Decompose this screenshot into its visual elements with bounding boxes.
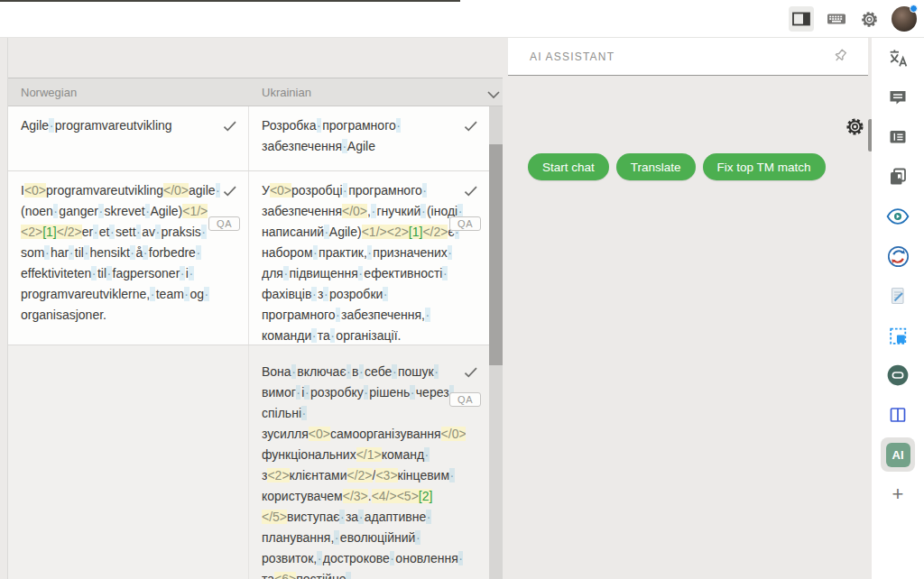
glossary-icon	[887, 166, 909, 188]
translation-memory-icon	[887, 126, 909, 148]
target-text: Вона· включає· в· себе· пошук· вимог· і·…	[262, 362, 466, 579]
table-header-row: Norwegian Ukrainian	[8, 78, 503, 106]
workspace: Norwegian Ukrainian Agile· programvareut…	[0, 38, 924, 579]
translate-button[interactable]: Translate	[616, 153, 696, 180]
sidebar-item-preview[interactable]	[872, 197, 924, 236]
target-language-header: Ukrainian	[262, 86, 311, 99]
ai-panel-title: AI ASSISTANT	[530, 51, 614, 63]
sidebar-item-add-tool[interactable]: +	[872, 474, 924, 514]
source-cell-empty[interactable]	[8, 345, 249, 579]
source-language-header: Norwegian	[21, 86, 77, 99]
table-scrollbar-thumb[interactable]	[489, 144, 503, 365]
ai-assistant-icon: AI	[886, 443, 910, 467]
table-row: I<0>programvareutvikling</0>agile· (noen…	[8, 171, 489, 345]
target-text: Розробка· програмного· забезпечення· Agi…	[262, 115, 466, 157]
preview-eye-icon	[886, 205, 910, 228]
table-scrollbar[interactable]	[489, 106, 503, 579]
layout-panel-icon[interactable]	[789, 6, 814, 32]
target-cell[interactable]: У<0>розробці· програмного· забезпечення<…	[249, 171, 489, 345]
sidebar-item-glossary[interactable]	[872, 157, 924, 197]
target-text: У<0>розробці· програмного· забезпечення<…	[262, 180, 466, 346]
plus-icon: +	[892, 484, 904, 504]
approved-check-icon[interactable]	[223, 119, 237, 135]
table-row: Вона· включає· в· себе· пошук· вимог· і·…	[8, 345, 489, 579]
active-item-background: AI	[881, 437, 915, 472]
chevron-down-icon[interactable]	[487, 87, 500, 103]
sidebar-item-drafts[interactable]	[872, 276, 924, 316]
gear-glyph	[859, 9, 880, 30]
table-row: Agile· programvareutvikling Розробка· пр…	[8, 106, 489, 171]
qa-badge[interactable]: QA	[208, 216, 240, 231]
revisions-sync-icon	[886, 244, 910, 269]
translate-icon	[887, 47, 910, 69]
ai-panel-header: AI ASSISTANT	[508, 38, 868, 76]
layout-panel-glyph	[790, 8, 812, 30]
start-chat-button[interactable]: Start chat	[528, 153, 609, 180]
ai-action-buttons: Start chat Translate Fix top TM match	[528, 153, 826, 180]
sidebar-item-split-view[interactable]	[872, 395, 924, 435]
ai-assistant-panel: AI ASSISTANT Start chat	[508, 38, 868, 579]
pin-icon[interactable]	[833, 49, 848, 68]
comments-icon	[887, 87, 909, 108]
approved-check-icon[interactable]	[464, 119, 478, 135]
split-view-icon	[887, 404, 909, 426]
topbar-actions	[789, 0, 917, 38]
ai-panel-body: Start chat Translate Fix top TM match	[508, 76, 868, 579]
sidebar-item-ai-assistant[interactable]: AI	[872, 435, 924, 474]
qa-badge[interactable]: QA	[449, 392, 481, 407]
draft-edit-icon	[887, 285, 909, 307]
source-cell[interactable]: Agile· programvareutvikling	[8, 106, 249, 170]
target-cell[interactable]: Вона· включає· в· себе· пошук· вимог· і·…	[249, 345, 489, 579]
approved-check-icon[interactable]	[464, 184, 478, 200]
ai-settings-gear-icon[interactable]	[844, 115, 866, 142]
settings-gear-icon[interactable]	[859, 9, 880, 30]
fix-top-tm-match-button[interactable]: Fix top TM match	[703, 153, 826, 180]
sidebar-item-comments[interactable]	[872, 78, 924, 117]
table-body: Agile· programvareutvikling Розробка· пр…	[8, 106, 489, 579]
sidebar-item-machine-translation[interactable]	[872, 355, 924, 395]
source-text: Agile· programvareutvikling	[21, 115, 225, 136]
sidebar-item-screenshots[interactable]	[872, 316, 924, 355]
source-cell[interactable]: I<0>programvareutvikling</0>agile· (noen…	[8, 171, 249, 345]
tools-sidebar: AI +	[872, 38, 924, 579]
top-edge-strip	[0, 0, 460, 2]
screenshot-capture-icon	[887, 325, 910, 347]
translation-table: Norwegian Ukrainian Agile· programvareut…	[7, 38, 502, 579]
user-avatar[interactable]	[892, 6, 917, 32]
qa-badge[interactable]: QA	[449, 216, 481, 231]
keyboard-icon[interactable]	[826, 8, 847, 30]
top-bar	[0, 0, 924, 38]
machine-translation-icon	[886, 363, 910, 387]
sidebar-item-translate[interactable]	[872, 38, 924, 78]
approved-check-icon[interactable]	[223, 184, 237, 200]
source-text: I<0>programvareutvikling</0>agile· (noen…	[21, 180, 225, 326]
approved-check-icon[interactable]	[464, 365, 478, 381]
target-cell[interactable]: Розробка· програмного· забезпечення· Agi…	[249, 106, 489, 170]
sidebar-item-translation-memory[interactable]	[872, 117, 924, 157]
sidebar-item-revisions[interactable]	[872, 236, 924, 276]
keyboard-glyph	[826, 8, 847, 30]
avatar-status-badge	[910, 5, 918, 13]
